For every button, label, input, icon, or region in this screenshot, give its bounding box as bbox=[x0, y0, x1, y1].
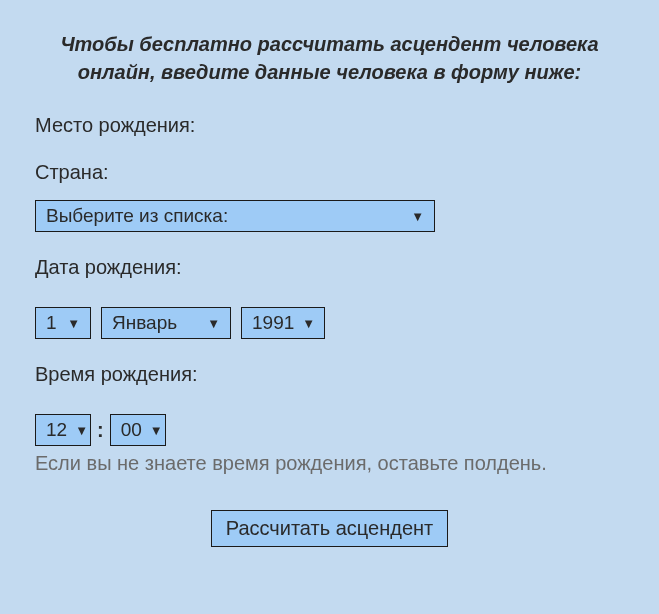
hour-select-value: 12 bbox=[46, 419, 67, 441]
birthtime-label: Время рождения: bbox=[35, 363, 624, 386]
chevron-down-icon: ▼ bbox=[207, 316, 220, 331]
time-separator: : bbox=[97, 419, 104, 442]
chevron-down-icon: ▼ bbox=[302, 316, 315, 331]
calculate-button[interactable]: Рассчитать асцендент bbox=[211, 510, 448, 547]
birthdate-label: Дата рождения: bbox=[35, 256, 624, 279]
chevron-down-icon: ▼ bbox=[150, 423, 163, 438]
year-select[interactable]: 1991 ▼ bbox=[241, 307, 325, 339]
birthplace-label: Место рождения: bbox=[35, 114, 624, 137]
time-row: 12 ▼ : 00 ▼ bbox=[35, 414, 624, 446]
date-row: 1 ▼ Январь ▼ 1991 ▼ bbox=[35, 307, 624, 339]
minute-select[interactable]: 00 ▼ bbox=[110, 414, 166, 446]
hour-select[interactable]: 12 ▼ bbox=[35, 414, 91, 446]
chevron-down-icon: ▼ bbox=[75, 423, 88, 438]
month-select[interactable]: Январь ▼ bbox=[101, 307, 231, 339]
intro-text: Чтобы бесплатно рассчитать асцендент чел… bbox=[35, 30, 624, 86]
chevron-down-icon: ▼ bbox=[411, 209, 424, 224]
month-select-value: Январь bbox=[112, 312, 177, 334]
chevron-down-icon: ▼ bbox=[67, 316, 80, 331]
year-select-value: 1991 bbox=[252, 312, 294, 334]
submit-row: Рассчитать асцендент bbox=[35, 510, 624, 547]
country-select-value: Выберите из списка: bbox=[46, 205, 228, 227]
minute-select-value: 00 bbox=[121, 419, 142, 441]
time-hint: Если вы не знаете время рождения, оставь… bbox=[35, 450, 624, 476]
country-select[interactable]: Выберите из списка: ▼ bbox=[35, 200, 435, 232]
day-select-value: 1 bbox=[46, 312, 57, 334]
country-label: Страна: bbox=[35, 161, 624, 184]
day-select[interactable]: 1 ▼ bbox=[35, 307, 91, 339]
